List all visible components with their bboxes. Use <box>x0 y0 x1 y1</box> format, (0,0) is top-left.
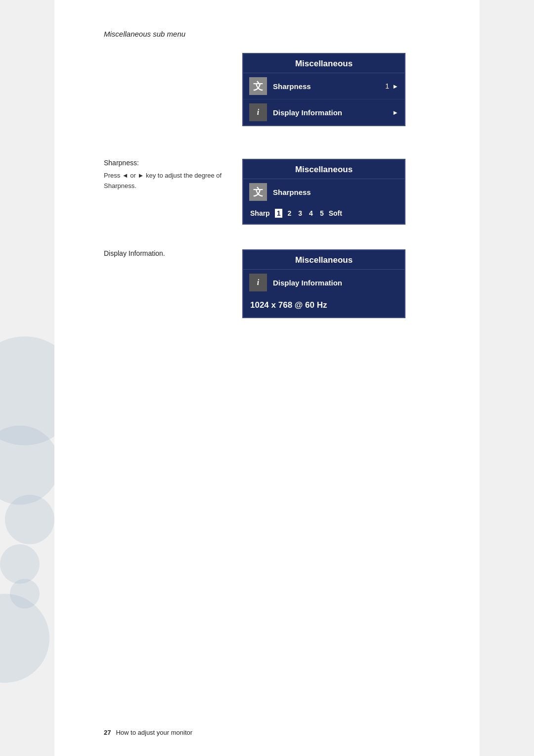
display-info-screenshot: Miscellaneous i Display Information 1024… <box>242 249 445 318</box>
sharp-value-1: 1 <box>275 209 283 218</box>
sharpness-icon: 文 <box>249 77 267 95</box>
sharpness-description: Sharpness: Press ◄ or ► key to adjust th… <box>104 159 232 191</box>
display-info-menu-label: Display Information <box>273 279 399 287</box>
display-info-description: Display Information. <box>104 249 232 261</box>
sharpness-menu-icon: 文 <box>249 183 267 201</box>
display-info-desc-title: Display Information. <box>104 249 232 257</box>
display-info-osd-panel: Miscellaneous i Display Information 1024… <box>242 249 405 318</box>
sharp-value-2: 2 <box>285 209 293 218</box>
sharpness-label: Sharpness <box>273 82 385 91</box>
section-heading: Miscellaneous sub menu <box>104 30 445 38</box>
sharpness-desc-title: Sharpness: <box>104 159 232 167</box>
display-info-menu-icon: i <box>249 274 267 291</box>
display-info-section: Display Information. Miscellaneous i Dis… <box>104 249 445 318</box>
main-menu-title: Miscellaneous <box>243 54 404 73</box>
sharp-value-3: 3 <box>296 209 304 218</box>
sharpness-menu-label: Sharpness <box>273 188 399 196</box>
footer-text: How to adjust your monitor <box>116 729 192 736</box>
menu-row-display-info: i Display Information ► <box>243 99 404 125</box>
sharpness-menu-row: 文 Sharpness <box>243 179 404 205</box>
page-footer: 27 How to adjust your monitor <box>104 729 192 736</box>
display-info-menu-title: Miscellaneous <box>243 250 404 270</box>
sharpness-screenshot: Miscellaneous 文 Sharpness Sharp 1 2 3 4 … <box>242 159 445 235</box>
sharp-right-label: Soft <box>329 209 342 217</box>
display-info-arrow-icon: ► <box>392 109 399 116</box>
menu-row-sharpness: 文 Sharpness 1 ► <box>243 73 404 99</box>
sharpness-menu-title: Miscellaneous <box>243 160 404 179</box>
sharpness-arrow-icon: ► <box>392 83 399 90</box>
sharp-value-5: 5 <box>318 209 326 218</box>
sharpness-section: Sharpness: Press ◄ or ► key to adjust th… <box>104 159 445 235</box>
display-info-label: Display Information <box>273 108 392 117</box>
sharpness-scale: Sharp 1 2 3 4 5 Soft <box>243 205 404 224</box>
display-info-resolution: 1024 x 768 @ 60 Hz <box>243 295 404 317</box>
sharpness-osd-panel: Miscellaneous 文 Sharpness Sharp 1 2 3 4 … <box>242 159 405 225</box>
sharp-left-label: Sharp <box>250 209 270 217</box>
display-info-menu-row: i Display Information <box>243 270 404 295</box>
sharp-value-4: 4 <box>307 209 315 218</box>
main-osd-menu: Miscellaneous 文 Sharpness 1 ► i Display … <box>242 53 405 126</box>
sharpness-value: 1 <box>385 82 389 90</box>
display-info-icon: i <box>249 103 267 121</box>
page-number: 27 <box>104 729 111 736</box>
sharpness-desc-body: Press ◄ or ► key to adjust the degree of… <box>104 171 232 191</box>
